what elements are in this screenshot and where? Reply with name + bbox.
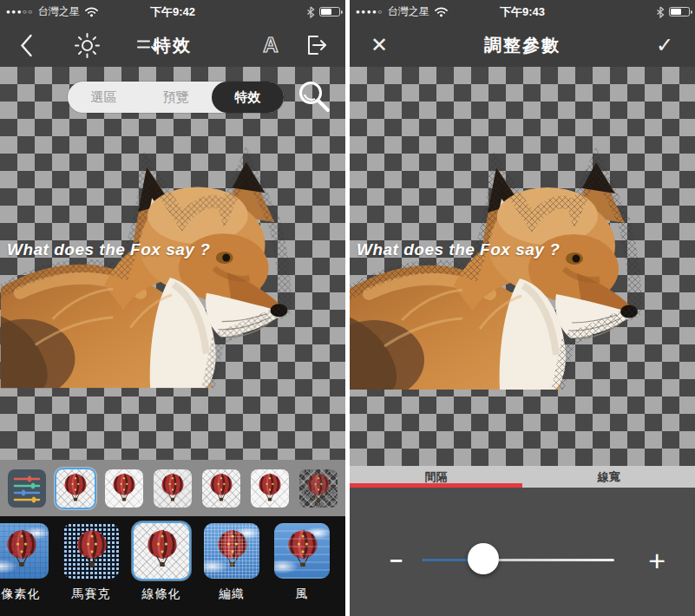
page-title-effects: 特效	[0, 23, 345, 67]
slider-track[interactable]	[423, 559, 614, 561]
effect-preset-thumb[interactable]	[299, 469, 338, 508]
effects-screen: ●●●○○ 台灣之星 下午9:42	[0, 0, 345, 616]
confirm-check-icon[interactable]: ✓	[652, 23, 678, 67]
photo-caption-text: What does the Fox say ?	[357, 240, 560, 259]
slider-thumb[interactable]	[468, 543, 499, 574]
segment-effects[interactable]: 特效	[212, 82, 284, 113]
param-tabs: 間隔 線寬	[350, 466, 695, 488]
clock: 下午9:43	[350, 0, 695, 23]
magnifier-zoom-icon[interactable]	[295, 77, 333, 115]
adjust-params-screen: ●●●●○ 台灣之星 下午9:43 ✕ 調整參數 ✓	[350, 0, 695, 616]
image-canvas-effects[interactable]: What does the Fox say ? 選區 預覽 特效	[0, 67, 345, 460]
segment-preview[interactable]: 預覽	[140, 82, 212, 113]
filter-strip: 像素化 馬賽克 線條化 編織 風	[0, 516, 345, 616]
filter-item-weave[interactable]: 編織	[204, 523, 259, 602]
toolbar-params: ✕ 調整參數 ✓	[350, 23, 695, 67]
effect-presets-strip	[0, 460, 345, 516]
filter-item-wind[interactable]: 風	[274, 523, 330, 602]
filter-item-lines[interactable]: 線條化	[134, 523, 189, 602]
fox-image	[0, 67, 345, 460]
text-tool-icon[interactable]: A	[259, 23, 283, 67]
photo-caption-text: What does the Fox say ?	[7, 240, 210, 259]
effect-preset-thumb[interactable]	[105, 469, 143, 508]
battery-icon	[669, 7, 690, 16]
toolbar-effects: 特效 A	[0, 23, 345, 67]
effect-preset-thumb[interactable]	[251, 469, 289, 508]
status-bar-left: ●●●○○ 台灣之星 下午9:42	[0, 0, 345, 23]
battery-icon	[319, 7, 340, 16]
tab-line-width[interactable]: 線寬	[522, 466, 695, 488]
effect-preset-thumb[interactable]	[154, 469, 192, 508]
effect-preset-thumb[interactable]	[202, 469, 240, 508]
bluetooth-icon	[656, 6, 665, 18]
fox-image	[350, 67, 695, 462]
param-adjust-area: − +	[350, 488, 695, 616]
export-icon[interactable]	[302, 23, 330, 67]
image-canvas-params[interactable]: What does the Fox say ?	[350, 67, 695, 466]
filter-item-pixelate[interactable]: 像素化	[0, 523, 49, 602]
mode-segmented-control: 選區 預覽 特效	[68, 82, 284, 113]
page-title-params: 調整參數	[350, 23, 695, 67]
bluetooth-icon	[306, 6, 315, 18]
status-bar-right: ●●●●○ 台灣之星 下午9:43	[350, 0, 695, 23]
adjust-sliders-icon[interactable]	[8, 469, 46, 508]
clock: 下午9:42	[0, 0, 345, 23]
photo-editor-app: ●●●○○ 台灣之星 下午9:42	[0, 0, 695, 616]
filter-item-mosaic[interactable]: 馬賽克	[63, 523, 119, 602]
effect-preset-thumb[interactable]	[56, 469, 95, 508]
segment-selection[interactable]: 選區	[68, 82, 140, 113]
